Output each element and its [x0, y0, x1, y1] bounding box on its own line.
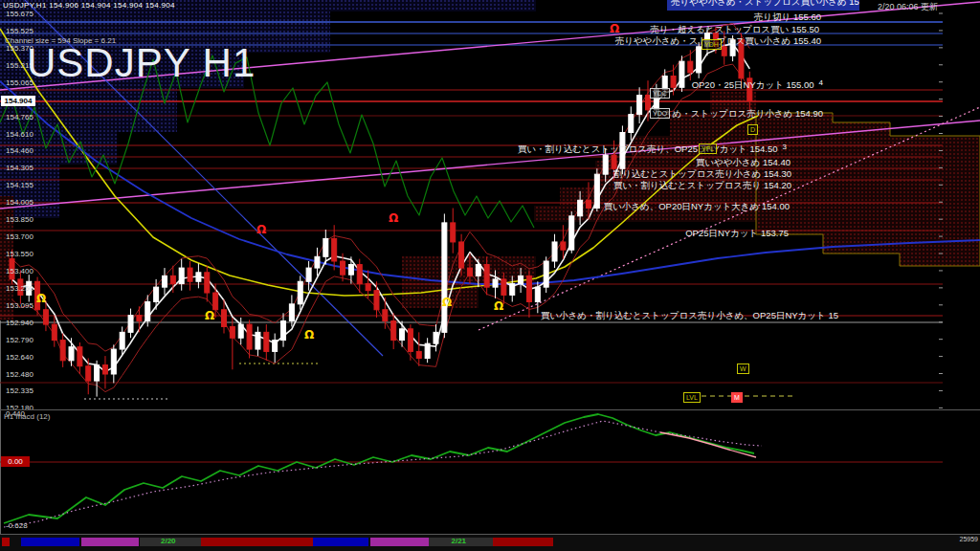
price-annotation: OP25日NYカット 153.75 — [685, 228, 789, 240]
price-axis-label: 152.640 — [6, 353, 33, 362]
symbol-watermark: USDJPY H1 — [27, 40, 256, 86]
price-axis-label: 152.940 — [6, 319, 33, 327]
time-segment — [201, 538, 313, 546]
price-axis-label: 153.095 — [6, 301, 33, 310]
price-axis-label: 155.675 — [6, 10, 33, 18]
price-axis-label: 153.550 — [6, 250, 33, 258]
svg-text:Ω: Ω — [389, 211, 398, 225]
top-annotation-text: 売りやや小さめ・ストップロス買い小さめ 155.70 — [667, 0, 859, 9]
time-segment — [2, 538, 10, 546]
pivot-badge-ydo: YDO — [650, 108, 670, 119]
pane-separator-top[interactable] — [0, 409, 980, 410]
price-axis-label: 153.850 — [6, 215, 33, 224]
price-annotation: 売り切り 155.60 — [754, 11, 821, 24]
pivot-badge-ydc: YDC — [650, 88, 670, 99]
pivot-badge-ydh: YDH — [702, 39, 722, 50]
current-price-tag: 154.904 — [1, 96, 35, 106]
price-annotation: 買い小さめ、OP20日NYカット大きめ 154.00 — [604, 201, 790, 213]
svg-text:Ω: Ω — [304, 328, 314, 342]
last-update-time: 2/20 06:06 更新 — [878, 1, 938, 13]
svg-text:Ω: Ω — [205, 309, 214, 322]
svg-text:Ω: Ω — [256, 223, 266, 236]
time-segment — [493, 538, 553, 546]
svg-text:Ω: Ω — [610, 22, 619, 35]
price-axis-label: 152.480 — [6, 370, 33, 379]
pivot-badge-d: D — [747, 124, 758, 135]
date-label: 2/21 — [452, 537, 467, 545]
pivot-badge-lvl: LVL — [683, 392, 701, 403]
price-axis-label: 152.790 — [6, 336, 33, 344]
pivot-badge-w: W — [737, 364, 749, 374]
price-axis-label: 154.155 — [6, 181, 33, 189]
price-axis-label: 153.400 — [6, 267, 33, 276]
price-annotation: 買い小さめ・割り込むとストップロス売り小さめ、OP25日NYカット 15 — [541, 310, 838, 322]
pivot-badge-m: M — [731, 392, 743, 403]
price-annotation: OP20・25日NYカット 155.004 — [692, 79, 823, 92]
svg-text:Ω: Ω — [494, 299, 503, 313]
price-axis-label: 153.250 — [6, 284, 33, 293]
price-axis-label: 154.765 — [6, 113, 33, 121]
price-annotation: 買い・割り込むとストップロス売り、OP25日NYカット 154.503 — [518, 143, 787, 156]
channel-info-label: Channel size = 594 Slope = 6.21 — [5, 36, 116, 45]
price-axis-label: 154.305 — [6, 164, 33, 172]
price-axis-label: 154.005 — [6, 198, 33, 207]
price-axis-label: 152.335 — [6, 386, 33, 395]
date-label: 2/20 — [161, 537, 176, 545]
time-segment — [81, 538, 139, 546]
price-axis-label: 154.460 — [6, 146, 33, 155]
indicator-label: H1 macd (12) — [4, 412, 50, 421]
macd-zero-tag: 0.00 — [1, 456, 30, 467]
time-segment — [21, 538, 79, 546]
pivot-badge-ypl: YPL — [699, 143, 717, 154]
price-annotation: 小さめ・ストップロス売り小さめ 154.90 — [654, 108, 823, 121]
top-annotation-strip: 売りやや小さめ・ストップロス買い小さめ 155.70 — [667, 0, 859, 11]
macd-axis-label: -0.628 — [6, 521, 28, 530]
time-segment — [313, 538, 368, 546]
price-axis-label: 155.525 — [6, 27, 33, 35]
svg-text:Ω: Ω — [36, 292, 46, 305]
time-segment — [370, 538, 429, 546]
price-axis-label: 154.610 — [6, 130, 33, 139]
time-axis[interactable]: 2/202/21 — [0, 535, 980, 551]
tick-counter: 25959 — [960, 536, 978, 542]
svg-text:Ω: Ω — [442, 296, 452, 309]
price-annotation: 買い・割り込むとストップロス売り 154.20 — [613, 180, 791, 192]
mt4-chart-window: ΩΩΩΩΩΩΩΩ USDJPY H1 USDJPY,H1 154.906 154… — [0, 0, 980, 551]
ohlc-readout: USDJPY,H1 154.906 154.904 154.904 154.90… — [3, 1, 175, 10]
price-axis-label: 153.700 — [6, 232, 33, 241]
